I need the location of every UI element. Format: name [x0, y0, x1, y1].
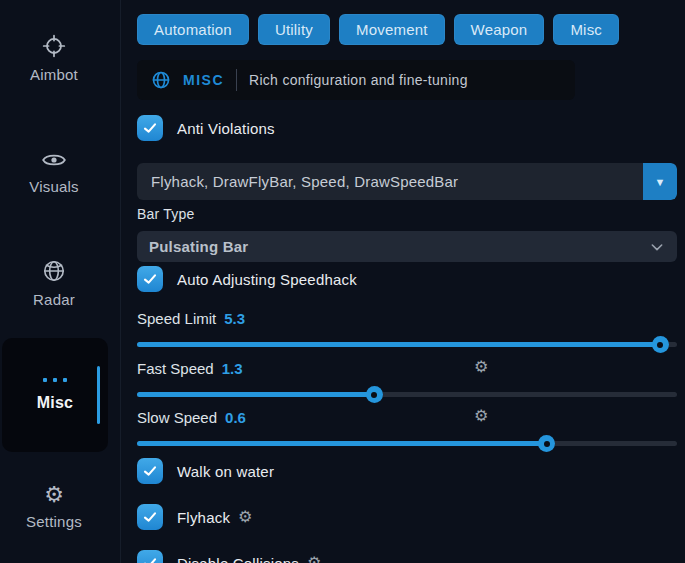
- sidebar-item-visuals[interactable]: Visuals: [0, 149, 108, 195]
- feature-multiselect[interactable]: Flyhack, DrawFlyBar, Speed, DrawSpeedBar…: [137, 163, 677, 200]
- checkbox-anti-violations[interactable]: Anti Violations: [137, 115, 275, 141]
- slider-fill: [137, 441, 547, 446]
- slider-track[interactable]: [137, 392, 677, 397]
- section-title: MISC: [183, 72, 224, 88]
- eye-icon: [41, 149, 67, 171]
- bar-type-dropdown[interactable]: Pulsating Bar: [137, 231, 677, 262]
- tab-misc[interactable]: Misc: [553, 14, 619, 45]
- ellipsis-icon: [43, 378, 67, 382]
- gear-icon[interactable]: ⚙: [474, 359, 488, 375]
- checkbox-label-text: Disable Collisions: [177, 555, 299, 563]
- checkbox-disable-collisions[interactable]: Disable Collisions ⚙: [137, 550, 322, 563]
- slider-fill: [137, 342, 661, 347]
- bar-type-label: Bar Type: [137, 206, 194, 222]
- checked-checkbox-icon[interactable]: [137, 504, 163, 530]
- slider-value: 1.3: [222, 360, 243, 377]
- sidebar-item-radar[interactable]: Radar: [0, 258, 108, 308]
- checkbox-label: Anti Violations: [177, 120, 275, 137]
- selected-indicator-bar: [97, 366, 100, 424]
- slider-track[interactable]: [137, 441, 677, 446]
- gear-icon[interactable]: ⚙: [307, 555, 322, 563]
- tab-weapon[interactable]: Weapon: [454, 14, 545, 45]
- slider-speed-limit: Speed Limit 5.3: [137, 308, 677, 347]
- gear-icon: ⚙: [44, 484, 64, 506]
- chevron-down-icon: [649, 239, 665, 255]
- slider-head: Fast Speed 1.3 ⚙: [137, 358, 677, 378]
- sidebar-item-label: Misc: [37, 394, 73, 412]
- slider-label: Speed Limit: [137, 310, 216, 327]
- sidebar-item-misc[interactable]: Misc: [2, 338, 108, 452]
- slider-value: 0.6: [225, 409, 246, 426]
- slider-slow-speed: Slow Speed 0.6 ⚙: [137, 407, 677, 446]
- slider-label: Fast Speed: [137, 360, 214, 377]
- checked-checkbox-icon[interactable]: [137, 266, 163, 292]
- checkbox-label-text: Flyhack: [177, 509, 230, 526]
- section-subtitle: Rich configuration and fine-tuning: [249, 72, 468, 88]
- checkbox-label: Flyhack ⚙: [177, 509, 253, 526]
- slider-track[interactable]: [137, 342, 677, 347]
- sidebar-item-label: Radar: [33, 291, 75, 308]
- checked-checkbox-icon[interactable]: [137, 115, 163, 141]
- slider-label: Slow Speed: [137, 409, 217, 426]
- slider-fast-speed: Fast Speed 1.3 ⚙: [137, 358, 677, 397]
- crosshair-icon: [41, 33, 67, 59]
- checkbox-auto-adjusting-speedhack[interactable]: Auto Adjusting Speedhack: [137, 266, 357, 292]
- globe-icon: [151, 70, 171, 90]
- slider-handle[interactable]: [652, 336, 669, 353]
- gear-icon[interactable]: ⚙: [238, 509, 253, 525]
- slider-head: Slow Speed 0.6 ⚙: [137, 407, 677, 427]
- sidebar-item-label: Settings: [26, 513, 82, 530]
- slider-value: 5.3: [224, 310, 245, 327]
- checkbox-flyhack[interactable]: Flyhack ⚙: [137, 504, 253, 530]
- triangle-down-icon: ▼: [655, 176, 666, 188]
- checked-checkbox-icon[interactable]: [137, 458, 163, 484]
- checkbox-label: Disable Collisions ⚙: [177, 555, 322, 563]
- checkbox-label: Auto Adjusting Speedhack: [177, 271, 357, 288]
- feature-multiselect-value: Flyhack, DrawFlyBar, Speed, DrawSpeedBar: [137, 173, 643, 190]
- slider-handle[interactable]: [366, 386, 383, 403]
- multiselect-dropdown-button[interactable]: ▼: [643, 163, 677, 200]
- slider-head: Speed Limit 5.3: [137, 308, 677, 328]
- tab-utility[interactable]: Utility: [258, 14, 330, 45]
- globe-icon: [41, 258, 67, 284]
- section-header: MISC Rich configuration and fine-tuning: [137, 60, 575, 100]
- category-tabs: Automation Utility Movement Weapon Misc: [137, 14, 619, 45]
- slider-handle[interactable]: [538, 435, 555, 452]
- sidebar-item-label: Aimbot: [30, 66, 78, 83]
- main-panel: Automation Utility Movement Weapon Misc …: [137, 0, 677, 563]
- tab-movement[interactable]: Movement: [339, 14, 445, 45]
- bar-type-value: Pulsating Bar: [149, 238, 248, 255]
- slider-fill: [137, 392, 375, 397]
- gear-icon[interactable]: ⚙: [474, 408, 488, 424]
- checkbox-label: Walk on water: [177, 463, 274, 480]
- checkbox-walk-on-water[interactable]: Walk on water: [137, 458, 274, 484]
- sidebar-item-settings[interactable]: ⚙ Settings: [0, 484, 108, 530]
- divider: [236, 69, 237, 91]
- sidebar-item-aimbot[interactable]: Aimbot: [0, 33, 108, 83]
- sidebar: Aimbot Visuals Radar Misc ⚙ Settings: [0, 0, 121, 563]
- checked-checkbox-icon[interactable]: [137, 550, 163, 563]
- tab-automation[interactable]: Automation: [137, 14, 249, 45]
- sidebar-item-label: Visuals: [29, 178, 78, 195]
